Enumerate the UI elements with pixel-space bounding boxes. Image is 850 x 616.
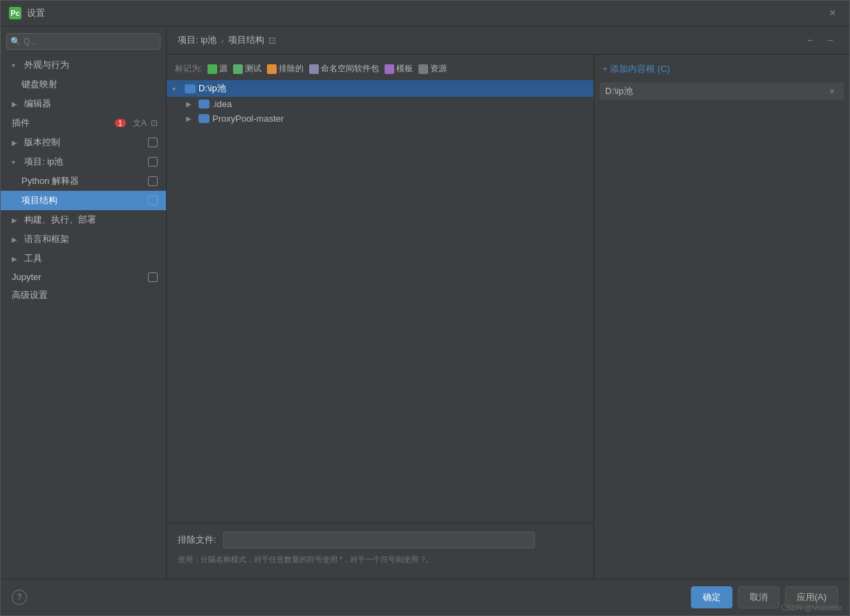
- namespace-dot: [309, 64, 319, 74]
- chevron-icon: ▶: [12, 100, 20, 108]
- sidebar-item-label: 构建、执行、部署: [24, 214, 96, 226]
- search-box: 🔍: [6, 33, 160, 50]
- sidebar-item-label: 高级设置: [12, 289, 48, 301]
- exclude-input[interactable]: [223, 532, 535, 548]
- sidebar-item-label: 插件: [12, 117, 30, 129]
- footer-left: ?: [12, 590, 27, 605]
- tree-label-idea: .idea: [212, 99, 232, 109]
- sidebar-item-label: Jupyter: [12, 272, 41, 282]
- sidebar-item-keymap[interactable]: 键盘映射: [1, 75, 166, 94]
- settings-dialog: Pc 设置 × 🔍 ▾ 外观与行为 键盘映射 ▶ 编辑器: [0, 0, 850, 616]
- exclude-label: 排除文件:: [178, 534, 216, 546]
- chevron-icon: ▾: [12, 158, 20, 166]
- vcs-icon: [148, 138, 158, 147]
- root-item-text: D:\ip池: [605, 85, 633, 97]
- template-dot: [385, 64, 394, 74]
- sidebar-item-python-interpreter[interactable]: Python 解释器: [1, 171, 166, 191]
- legend-namespace[interactable]: 命名空间软件包: [309, 63, 379, 75]
- legend-test[interactable]: 测试: [233, 63, 261, 75]
- exclude-field: 排除文件:: [178, 532, 582, 548]
- chevron-icon: ▶: [12, 139, 20, 147]
- main-content: 项目: ip池 › 项目结构 ⊡ ← → 标记为:: [167, 26, 849, 579]
- dialog-title: 设置: [27, 7, 45, 19]
- sidebar-item-label: 编辑器: [24, 97, 51, 110]
- legend-bar: 标记为: 源 测试 排除的: [167, 60, 593, 80]
- legend-source[interactable]: 源: [207, 63, 228, 75]
- sidebar-item-vcs[interactable]: ▶ 版本控制: [1, 133, 166, 152]
- legend-excluded[interactable]: 排除的: [267, 63, 304, 75]
- resource-dot: [418, 64, 428, 74]
- folder-icon-root: [185, 84, 196, 93]
- sidebar-item-label: 项目结构: [21, 194, 57, 207]
- legend-template[interactable]: 模板: [385, 63, 413, 75]
- legend-resource[interactable]: 资源: [418, 63, 447, 75]
- file-panel: 标记为: 源 测试 排除的: [167, 55, 593, 579]
- tree-chevron-root: ▾: [172, 85, 182, 93]
- test-dot: [233, 64, 243, 74]
- struct-icon: [148, 196, 158, 205]
- exclude-section: 排除文件: 使用；分隔名称模式，对于任意数量的符号使用 *，对于一个符号则使用 …: [167, 523, 593, 574]
- legend-source-label: 源: [219, 63, 228, 75]
- app-icon: Pc: [9, 7, 21, 19]
- copy-icon[interactable]: ⊡: [268, 35, 276, 46]
- chevron-icon: ▾: [12, 62, 20, 69]
- legend-label: 标记为:: [175, 63, 202, 75]
- title-bar-left: Pc 设置: [9, 7, 45, 19]
- sidebar-item-project-structure[interactable]: 项目结构: [1, 191, 166, 210]
- sidebar-item-editor[interactable]: ▶ 编辑器: [1, 94, 166, 113]
- tree-row-idea[interactable]: ▶ .idea: [167, 97, 593, 111]
- tree-chevron-proxypool: ▶: [186, 115, 196, 122]
- back-button[interactable]: ←: [802, 32, 819, 48]
- sidebar-item-appearance[interactable]: ▾ 外观与行为: [1, 55, 166, 75]
- sidebar-item-build[interactable]: ▶ 构建、执行、部署: [1, 210, 166, 230]
- source-dot: [207, 64, 217, 74]
- root-item-0: D:\ip池 ×: [600, 82, 844, 100]
- sidebar-item-plugins[interactable]: 插件 1 文A ⊡: [1, 113, 166, 133]
- cancel-button[interactable]: 取消: [738, 586, 779, 608]
- breadcrumb-current: 项目结构: [228, 34, 264, 46]
- plugin-badge: 1: [115, 119, 126, 127]
- tree-label-root: D:\ip池: [198, 82, 226, 95]
- help-button[interactable]: ?: [12, 590, 27, 605]
- tree-row-root[interactable]: ▾ D:\ip池: [167, 80, 593, 97]
- sidebar-item-tools[interactable]: ▶ 工具: [1, 249, 166, 268]
- legend-namespace-label: 命名空间软件包: [321, 63, 379, 75]
- add-root-button[interactable]: + 添加内容根 (C): [600, 60, 844, 78]
- excluded-dot: [267, 64, 277, 74]
- hint-text: 使用；分隔名称模式，对于任意数量的符号使用 *，对于一个符号则使用 ?。: [178, 554, 582, 566]
- tree-label-proxypool: ProxyPool-master: [212, 113, 284, 124]
- forward-button[interactable]: →: [822, 32, 838, 48]
- tree-row-proxypool[interactable]: ▶ ProxyPool-master: [167, 111, 593, 126]
- sidebar-item-jupyter[interactable]: Jupyter: [1, 268, 166, 286]
- project-icon: [148, 157, 158, 167]
- breadcrumb-project: 项目: ip池: [178, 34, 216, 46]
- legend-excluded-label: 排除的: [279, 63, 304, 75]
- translate-icon: 文A: [133, 118, 147, 129]
- sidebar-item-advanced[interactable]: 高级设置: [1, 286, 166, 305]
- py-icon: [148, 176, 158, 186]
- sidebar-item-label: 键盘映射: [21, 78, 57, 91]
- tree-chevron-idea: ▶: [186, 100, 196, 108]
- watermark: CSDN @Violetttte: [781, 604, 842, 612]
- sidebar-item-project[interactable]: ▾ 项目: ip池: [1, 152, 166, 171]
- legend-template-label: 模板: [396, 63, 413, 75]
- folder-icon-proxypool: [198, 114, 210, 123]
- root-item-close[interactable]: ×: [826, 85, 838, 97]
- dialog-body: 🔍 ▾ 外观与行为 键盘映射 ▶ 编辑器 插件 1 文A ⊡: [1, 26, 849, 579]
- search-input[interactable]: [6, 33, 160, 50]
- chevron-icon: ▶: [12, 216, 20, 224]
- content-area: 标记为: 源 测试 排除的: [167, 55, 849, 579]
- sidebar-item-label: 外观与行为: [24, 59, 69, 71]
- jupyter-icon: [148, 272, 158, 282]
- sidebar-item-label: 工具: [24, 252, 42, 265]
- chevron-icon: ▶: [12, 255, 20, 263]
- sidebar-item-languages[interactable]: ▶ 语言和框架: [1, 230, 166, 249]
- close-button[interactable]: ×: [824, 5, 841, 21]
- sidebar-item-label: 项目: ip池: [24, 156, 63, 168]
- sidebar: 🔍 ▾ 外观与行为 键盘映射 ▶ 编辑器 插件 1 文A ⊡: [1, 26, 167, 579]
- confirm-button[interactable]: 确定: [691, 586, 732, 608]
- breadcrumb-bar: 项目: ip池 › 项目结构 ⊡ ← →: [167, 26, 849, 55]
- legend-resource-label: 资源: [430, 63, 447, 75]
- right-panel: + 添加内容根 (C) D:\ip池 ×: [593, 55, 849, 579]
- sidebar-item-label: 语言和框架: [24, 233, 69, 245]
